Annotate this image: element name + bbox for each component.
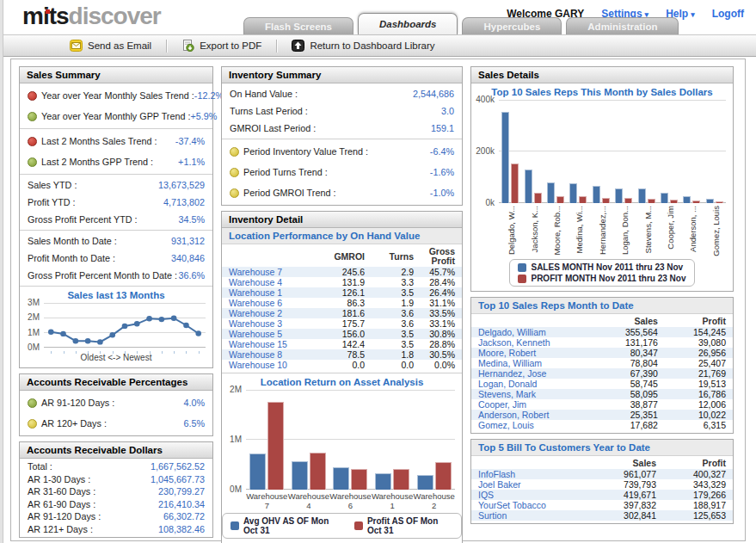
cell-value: 0.0 (315, 360, 372, 370)
tab-hypercubes[interactable]: Hypercubes (462, 17, 562, 34)
data-point-marker (109, 332, 115, 337)
cell-name-link[interactable]: IQS (471, 490, 593, 500)
x-tick-mark (88, 351, 89, 354)
ar-percentages-metrics: AR 91-120 Days :4.0%AR 120+ Days :6.5% (20, 391, 212, 435)
cell-name-link[interactable]: Warehouse 6 (222, 298, 315, 308)
y-tick-label: 2M (230, 386, 242, 394)
legend-swatch-icon (230, 521, 239, 530)
cell-name-link[interactable]: Warehouse 3 (222, 318, 315, 329)
cell-name-link[interactable]: Warehouse 4 (222, 277, 315, 287)
metric-value: 34.5% (178, 214, 205, 225)
cell-value: 154,245 (665, 327, 733, 337)
cell-name-link[interactable]: Jackson, Kenneth (471, 337, 597, 348)
cell-name-link[interactable]: Warehouse 8 (222, 349, 315, 360)
legend-item[interactable]: PROFIT MONTH Nov 2011 thru 23 Nov (518, 274, 685, 283)
cell-name-link[interactable]: Warehouse 10 (222, 360, 315, 370)
metric-value: -1.6% (430, 167, 454, 177)
cell-name-link[interactable]: Warehouse 2 (222, 308, 315, 318)
column-header: Sales (597, 315, 665, 327)
metric-label: Year over Year Monthly Sales Trend : (41, 90, 194, 101)
bar-group (638, 188, 655, 203)
metric-label: AR 61-90 Days : (28, 499, 158, 509)
metric-value: -37.4% (175, 136, 205, 146)
cell-name-link[interactable]: InfoFlash (471, 469, 593, 479)
data-point-marker (146, 316, 152, 321)
export-to-pdf-label: Export to PDF (200, 40, 261, 51)
red-status-dot-icon (28, 91, 37, 101)
cell-name-link[interactable]: Medina, William (471, 358, 597, 368)
legend-item[interactable]: SALES MONTH Nov 2011 thru 23 Nov (518, 262, 683, 272)
cell-value: 961,077 (593, 469, 663, 479)
tab-dashboards[interactable]: Dashboards (358, 13, 458, 34)
cell-value: 17,682 (597, 420, 665, 430)
cell-name-link[interactable]: Warehouse 15 (222, 339, 315, 349)
cell-value: 26,956 (665, 348, 733, 358)
table-row: Warehouse 5156.03.530.8% (222, 329, 462, 339)
panel-title-ar-percentages: Accounts Receivable Percentages (20, 374, 212, 391)
cell-name-link[interactable]: Warehouse 7 (222, 267, 315, 277)
export-to-pdf-button[interactable]: Export to PDF (167, 35, 276, 56)
profit-bar (648, 199, 655, 203)
metric-value: 6.5% (183, 418, 205, 429)
chart-title: Top 10 Sales Reps This Month by Sales Do… (471, 87, 733, 97)
cell-name-link[interactable]: Moore, Robert (471, 348, 597, 358)
x-tick-label: Hernandez,... (599, 206, 607, 255)
sales-bar (615, 188, 623, 203)
table-row: Medina, William78,80425,407 (471, 358, 733, 368)
metric-label: GMROI Last Period : (230, 123, 431, 133)
column-header: Profit (663, 457, 733, 469)
location-performance-table: GMROITurnsGross ProfitWarehouse 7245.62.… (222, 245, 462, 370)
y-tick-label: 200k (476, 147, 495, 156)
cell-name-link[interactable]: Joel Baker (471, 479, 593, 490)
cell-name-link[interactable]: Warehouse 5 (222, 329, 315, 339)
cell-name-link[interactable]: Warehouse 1 (222, 287, 315, 298)
tab-administration[interactable]: Administration (566, 17, 679, 34)
cell-name-link[interactable]: Anderson, Robert (471, 410, 597, 420)
x-tick-label: Warehouse 2 (413, 491, 455, 510)
bar-group (417, 462, 452, 490)
cell-name-link[interactable]: Hernandez, Jose (471, 368, 597, 379)
table-row: Surtion302,841125,653 (471, 510, 733, 521)
metric-group: Sales Month to Date :931,312Profit Month… (20, 230, 212, 286)
legend-item[interactable]: Avg OHV AS OF Mon Oct 31 (230, 516, 342, 535)
table-row: Jackson, Kenneth131,17639,080 (471, 337, 733, 348)
panel-top5-customers: Top 5 Bill To Customers Year to Date Sal… (470, 439, 734, 524)
x-tick-label: Jackson, K... (531, 206, 539, 252)
panel-ar-dollars: Accounts Receivable Dollars Total :1,667… (19, 441, 213, 538)
chevron-down-icon: ▾ (691, 10, 695, 19)
x-tick-label: Anderson, ... (689, 206, 698, 252)
profit-bar (556, 196, 564, 203)
profit-bar (670, 200, 678, 203)
cell-name-link[interactable]: Logan, Donald (471, 379, 597, 389)
tab-flash-screens[interactable]: Flash Screens (243, 17, 353, 34)
metric-row: Year over Year Monthly GPP Trend :+5.9% (20, 106, 212, 126)
top-header: mitsdiscover Welcome GARY Settings▾ Help… (0, 0, 756, 34)
cell-value: 10,022 (665, 410, 733, 420)
table-row: IQS419,671179,266 (471, 490, 733, 500)
cell-name-link[interactable]: Delgado, William (471, 327, 597, 337)
cell-value: 38,877 (597, 399, 665, 410)
inventory-summary-metrics: On Hand Value :2,544,686Turns Last Perio… (222, 83, 462, 205)
legend-item[interactable]: Profit AS OF Mon Oct 31 (354, 516, 453, 535)
cell-value: 302,841 (593, 510, 663, 521)
metric-row: Period GMROI Trend :-1.0% (222, 182, 462, 203)
send-as-email-button[interactable]: Send as Email (55, 35, 166, 56)
cell-name-link[interactable]: Gomez, Louis (471, 420, 597, 430)
metric-row: Last 2 Months GPP Trend :+1.1% (20, 151, 212, 172)
table-row: Anderson, Robert25,35110,022 (471, 410, 733, 420)
cell-value: 30.5% (421, 349, 462, 360)
return-to-dashboard-library-label: Return to Dashboard Library (310, 40, 434, 51)
sales-bar (501, 112, 509, 203)
return-to-dashboard-library-button[interactable]: Return to Dashboard Library (277, 35, 449, 56)
top5-customers-table: SalesProfitInfoFlash961,077400,327Joel B… (471, 457, 733, 521)
profit-bar (534, 193, 542, 203)
cell-name-link[interactable]: Cooper, Jim (471, 399, 597, 410)
metric-group: Period Inventory Value Trend :-6.4%Perio… (222, 139, 462, 205)
cell-name-link[interactable]: YourSet Tobacco (471, 500, 593, 510)
sales-bar (249, 454, 266, 490)
metric-row: Turns Last Period :3.0 (222, 102, 462, 120)
cell-name-link[interactable]: Stevens, Mark (471, 389, 597, 399)
metric-row: AR 1-30 Days :1,045,667.73 (20, 473, 212, 486)
logoff-link[interactable]: Logoff (712, 8, 744, 20)
cell-name-link[interactable]: Surtion (471, 510, 593, 521)
